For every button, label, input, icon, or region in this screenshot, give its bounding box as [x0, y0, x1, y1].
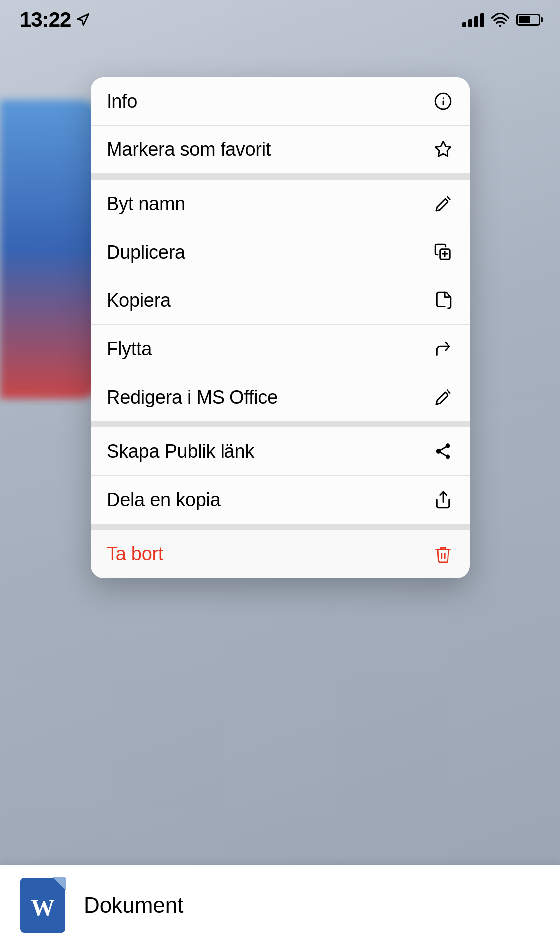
- group-separator-3: [91, 524, 470, 530]
- word-icon: W: [20, 878, 65, 933]
- signal-bars: [462, 12, 484, 27]
- pencil-icon-1: [432, 193, 454, 215]
- trash-icon: [432, 543, 454, 565]
- svg-line-10: [448, 390, 450, 393]
- battery-icon: [516, 14, 540, 26]
- pencil-icon-2: [432, 386, 454, 408]
- file-icon-wrap: W: [18, 875, 68, 935]
- move-icon: [432, 338, 454, 360]
- background-blob: [0, 100, 100, 399]
- duplicate-icon: [432, 241, 454, 263]
- status-time: 13:22: [20, 8, 71, 32]
- group-separator-2: [91, 421, 470, 427]
- svg-point-1: [499, 25, 502, 27]
- signal-bar-2: [468, 19, 472, 27]
- wifi-icon: [491, 13, 509, 27]
- star-icon: [432, 138, 454, 160]
- menu-item-redigera-ms-office[interactable]: Redigera i MS Office: [91, 373, 470, 421]
- svg-marker-0: [78, 14, 89, 25]
- signal-bar-4: [480, 13, 484, 27]
- info-circle-icon: [432, 90, 454, 112]
- signal-bar-1: [462, 22, 466, 27]
- file-bar: W Dokument: [0, 865, 560, 945]
- group-separator-1: [91, 174, 470, 180]
- svg-line-6: [448, 197, 450, 200]
- menu-item-kopiera[interactable]: Kopiera: [91, 276, 470, 325]
- status-icons: [462, 12, 540, 27]
- menu-item-ta-bort[interactable]: Ta bort: [91, 530, 470, 578]
- menu-item-info[interactable]: Info: [91, 77, 470, 126]
- location-icon: [76, 13, 90, 27]
- svg-marker-5: [435, 141, 451, 156]
- menu-item-flytta[interactable]: Flytta: [91, 325, 470, 373]
- menu-item-markera-favorit[interactable]: Markera som favorit: [91, 126, 470, 174]
- menu-item-dela-en-kopia[interactable]: Dela en kopia: [91, 476, 470, 524]
- share-fill-icon: [432, 440, 454, 462]
- menu-item-duplicera[interactable]: Duplicera: [91, 228, 470, 276]
- menu-item-byt-namn[interactable]: Byt namn: [91, 180, 470, 228]
- context-menu: Info Markera som favorit Byt namn: [91, 77, 470, 578]
- menu-item-skapa-publik-lank[interactable]: Skapa Publik länk: [91, 427, 470, 476]
- file-name: Dokument: [84, 893, 184, 918]
- signal-bar-3: [474, 16, 478, 27]
- word-icon-letter: W: [31, 894, 55, 921]
- status-bar: 13:22: [0, 0, 560, 40]
- share-box-icon: [432, 489, 454, 511]
- copy-icon: [432, 289, 454, 311]
- battery-fill: [519, 16, 530, 23]
